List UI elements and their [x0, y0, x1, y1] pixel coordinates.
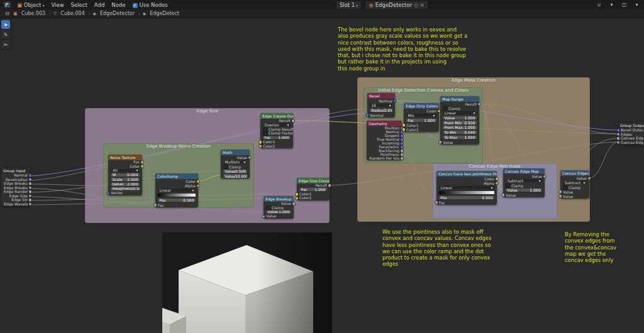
- menu-select[interactable]: Select: [70, 2, 89, 8]
- input-socket[interactable]: [617, 141, 620, 145]
- input-socket[interactable]: [259, 145, 262, 148]
- output-socket[interactable]: [29, 178, 32, 182]
- node-header[interactable]: Convex Edge Map: [503, 168, 545, 174]
- snapping-magnet-icon[interactable]: ∪: [595, 1, 603, 8]
- output-socket[interactable]: [328, 184, 331, 187]
- value-slider[interactable]: To Max1.000: [440, 136, 479, 140]
- output-socket[interactable]: [401, 142, 404, 145]
- input-socket[interactable]: [502, 194, 505, 197]
- ramp-gradient[interactable]: [158, 194, 196, 197]
- input-socket[interactable]: [559, 195, 562, 198]
- dropdown[interactable]: Linear▾: [155, 188, 198, 193]
- node-concav-edges-only[interactable]: Concav Edges OnlyValueSubtract▾ClampValu…: [560, 170, 589, 199]
- dropdown-box[interactable]: Linear▾: [443, 111, 477, 114]
- checkbox[interactable]: Clamp Factor: [260, 131, 293, 136]
- links-cut-tool[interactable]: ✂: [1, 40, 10, 49]
- node-header[interactable]: Noise Texture: [108, 155, 142, 160]
- output-socket[interactable]: [292, 202, 296, 205]
- dropdown[interactable]: 16▾: [367, 104, 395, 108]
- output-socket[interactable]: [29, 174, 32, 177]
- node-header[interactable]: Edge Only Colors: [404, 103, 439, 109]
- node-concav-colorramp[interactable]: Concav have less pointiness than ConvexC…: [436, 171, 497, 205]
- overlays-dropdown-icon[interactable]: ▾: [633, 1, 641, 8]
- input-socket[interactable]: [259, 141, 262, 144]
- slider-box[interactable]: Detail2.000: [111, 183, 140, 186]
- node-header[interactable]: Edge Breakup Str: [264, 196, 294, 202]
- node-group-input[interactable]: Group InputNormalBevelradiusEdge Breakup…: [1, 168, 30, 206]
- node-edge-breakup-str[interactable]: Edge Breakup StrValueClampValue1.000Valu…: [264, 196, 294, 219]
- value-slider[interactable]: Radius0.050: [367, 109, 395, 113]
- dropdown-box[interactable]: 3D▾: [111, 169, 140, 172]
- checkbox[interactable]: Clamp: [264, 206, 294, 210]
- slot-dropdown[interactable]: Slot 1▾: [336, 1, 361, 9]
- color-ramp[interactable]: [155, 194, 198, 198]
- output-socket[interactable]: [141, 161, 144, 164]
- slider-box[interactable]: Value0.500: [223, 170, 247, 173]
- node-bevel[interactable]: BevelNormal16▾Radius0.050Normal: [367, 93, 395, 117]
- node-header[interactable]: Group Output: [618, 123, 644, 128]
- node-header[interactable]: Group Input: [1, 168, 30, 173]
- output-socket[interactable]: [29, 182, 32, 185]
- color-ramp[interactable]: [436, 191, 497, 195]
- input-socket[interactable]: [296, 197, 299, 200]
- slider-box[interactable]: To Min0.040: [443, 131, 477, 134]
- node-tree-selector[interactable]: ◉ EdgeDetector ◇ ×: [365, 1, 428, 9]
- annotate-tool[interactable]: ✎: [1, 30, 10, 39]
- input-socket[interactable]: [559, 190, 562, 194]
- checkbox-icon[interactable]: [266, 206, 270, 210]
- node-header[interactable]: Edge Crease Overlay: [260, 113, 293, 119]
- dropdown-box[interactable]: 16▾: [370, 104, 392, 107]
- node-group-output[interactable]: Group OutputBevel OutputEdgesConvex Edge…: [618, 123, 644, 145]
- input-socket[interactable]: [402, 128, 406, 131]
- node-header[interactable]: Math: [221, 150, 250, 155]
- slider-box[interactable]: Roughness0.500: [111, 187, 140, 190]
- value-slider[interactable]: To Min0.040: [440, 131, 479, 135]
- breadcrumb-object[interactable]: Cube.003: [20, 11, 47, 16]
- fake-user-icon[interactable]: ◇: [414, 2, 418, 8]
- output-socket[interactable]: [292, 119, 295, 123]
- value-slider[interactable]: Detail2.000: [108, 183, 142, 187]
- use-nodes-checkbox[interactable]: ✓Use Nodes: [131, 2, 169, 8]
- slider-box[interactable]: Fac1.000: [263, 136, 291, 139]
- checkbox-icon[interactable]: [563, 185, 567, 190]
- checkbox[interactable]: Clamp: [560, 185, 589, 190]
- value-slider[interactable]: Value10.000: [221, 174, 250, 178]
- checkbox[interactable]: Clamp: [503, 183, 545, 188]
- output-socket[interactable]: [141, 165, 144, 168]
- breadcrumb-material[interactable]: EdgeDetector: [99, 11, 136, 16]
- ramp-gradient[interactable]: [439, 191, 494, 194]
- node-header[interactable]: Map Range: [440, 96, 479, 102]
- shader-type-dropdown[interactable]: ▣ Object▾: [16, 2, 45, 8]
- value-slider[interactable]: Fac1.000: [404, 119, 439, 123]
- dropdown-box[interactable]: Mix▾: [406, 114, 436, 117]
- node-edge-crease-overlay[interactable]: Edge Crease OverlayResultOverlay▾Clamp R…: [260, 113, 293, 148]
- dropdown[interactable]: Subtract▾: [560, 181, 589, 185]
- value-slider[interactable]: Pos0.500: [155, 199, 198, 203]
- slider-box[interactable]: Fac1.000: [406, 119, 436, 122]
- input-socket[interactable]: [439, 141, 442, 144]
- output-socket[interactable]: [29, 190, 32, 194]
- input-socket[interactable]: [402, 124, 406, 127]
- slider-box[interactable]: Value10.000: [223, 174, 247, 177]
- input-socket[interactable]: [366, 114, 369, 117]
- checkbox[interactable]: Clamp: [440, 106, 479, 111]
- input-socket[interactable]: [154, 204, 157, 207]
- input-socket[interactable]: [617, 137, 620, 140]
- breadcrumb-mesh[interactable]: Cube.004: [59, 11, 86, 16]
- node-header[interactable]: ColorRamp: [155, 173, 198, 179]
- checkbox-icon[interactable]: [263, 131, 267, 136]
- slider-box[interactable]: W0.000: [111, 173, 140, 177]
- node-header[interactable]: Concav Edges Only: [560, 170, 589, 176]
- slider-box[interactable]: Scale2.500: [111, 178, 140, 181]
- overlays-icon[interactable]: ◫: [620, 1, 628, 8]
- node-convex-edge-map[interactable]: Convex Edge MapValueSubtract▾ClampValue1…: [503, 168, 545, 197]
- node-math-multiply[interactable]: MathValueMultiply▾ClampValue0.500Value10…: [221, 150, 250, 178]
- dropdown-box[interactable]: Subtract▾: [563, 181, 587, 184]
- checkbox-icon[interactable]: [506, 183, 510, 188]
- output-socket[interactable]: [394, 99, 397, 102]
- node-header[interactable]: Edge Size Crease: [297, 178, 330, 183]
- output-socket[interactable]: [401, 153, 404, 156]
- output-socket[interactable]: [401, 134, 404, 138]
- node-edge-size-crease[interactable]: Edge Size CreaseResultFac1.000Color1Colo…: [297, 178, 330, 200]
- value-slider[interactable]: Pos0.500: [436, 196, 497, 200]
